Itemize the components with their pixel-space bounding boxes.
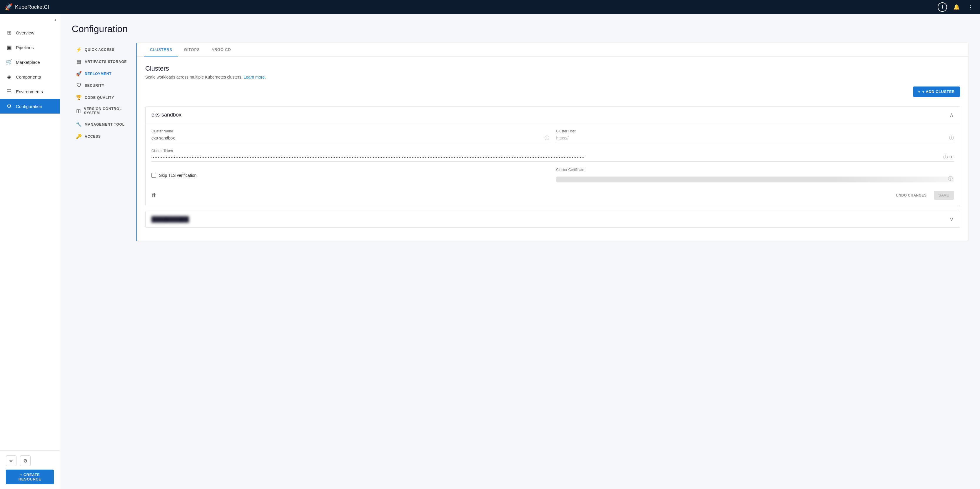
cluster-token-visibility-icon[interactable]: 👁 <box>949 155 954 160</box>
cluster-host-label: Cluster Host <box>556 129 954 133</box>
tab-gitops[interactable]: GITOPS <box>178 43 206 56</box>
footer-actions: UNDO CHANGES SAVE <box>892 191 954 200</box>
sidebar: ‹ ⊞ Overview ▣ Pipelines 🛒 Marketplace ◈… <box>0 14 60 489</box>
config-menu-label: CODE QUALITY <box>85 96 114 100</box>
page-title: Configuration <box>72 24 968 34</box>
sidebar-item-components[interactable]: ◈ Components <box>0 69 60 84</box>
sidebar-collapse-button[interactable]: ‹ <box>0 14 60 25</box>
quick-access-icon: ⚡ <box>76 47 82 53</box>
sidebar-item-environments[interactable]: ☰ Environments <box>0 84 60 99</box>
cluster-cert-blurred <box>556 177 954 182</box>
config-menu-artifacts-storage[interactable]: ▤ ARTIFACTS STORAGE <box>72 56 137 67</box>
learn-more-link[interactable]: Learn more. <box>244 75 266 80</box>
info-button[interactable]: i <box>938 2 947 12</box>
save-button[interactable]: SAVE <box>934 191 954 200</box>
cluster-card-body: Cluster Name ⓘ Cluster Host <box>146 123 960 205</box>
config-menu-version-control[interactable]: ◫ VERSION CONTROL SYSTEM <box>72 104 137 118</box>
sidebar-item-overview[interactable]: ⊞ Overview <box>0 25 60 40</box>
skip-tls-checkbox-row: Skip TLS verification <box>151 173 549 178</box>
config-menu-label: DEPLOYMENT <box>85 72 111 76</box>
cluster-host-group: Cluster Host ⓘ <box>556 129 954 143</box>
config-menu-code-quality[interactable]: 🏆 CODE QUALITY <box>72 92 137 103</box>
cluster-form-row-1: Cluster Name ⓘ Cluster Host <box>151 129 954 143</box>
cluster-host-info-icon: ⓘ <box>949 135 954 141</box>
cluster-name-label: Cluster Name <box>151 129 549 133</box>
sidebar-item-label: Configuration <box>16 104 42 109</box>
config-panel: CLUSTERS GITOPS ARGO CD Clusters Scale w… <box>137 43 968 241</box>
cluster-card-second-header[interactable]: ██████████ ∨ <box>146 211 960 228</box>
artifacts-storage-icon: ▤ <box>76 59 82 64</box>
deployment-icon: 🚀 <box>76 71 82 76</box>
config-menu-access[interactable]: 🔑 ACCESS <box>72 131 137 142</box>
cluster-form-row-2: Cluster Token ••••••••••••••••••••••••••… <box>151 149 954 162</box>
create-resource-label: + CREATE RESOURCE <box>10 473 50 481</box>
config-menu-label: QUICK ACCESS <box>85 48 115 52</box>
delete-cluster-icon[interactable]: 🗑 <box>151 192 157 198</box>
add-cluster-plus-icon: + <box>918 89 921 94</box>
logo-icon: 🚀 <box>5 3 13 11</box>
code-quality-icon: 🏆 <box>76 95 82 100</box>
app-name: KubeRocketCI <box>15 4 49 10</box>
sidebar-item-marketplace[interactable]: 🛒 Marketplace <box>0 55 60 69</box>
cluster-token-dots: ••••••••••••••••••••••••••••••••••••••••… <box>151 155 942 160</box>
sidebar-bottom: ✏ ⚙ + CREATE RESOURCE <box>0 451 60 489</box>
app-logo: 🚀 KubeRocketCI <box>5 3 49 11</box>
config-menu-label: SECURITY <box>85 84 104 88</box>
create-resource-button[interactable]: + CREATE RESOURCE <box>6 470 54 484</box>
config-menu-deployment[interactable]: 🚀 DEPLOYMENT <box>72 68 137 80</box>
sidebar-nav: ⊞ Overview ▣ Pipelines 🛒 Marketplace ◈ C… <box>0 25 60 451</box>
sidebar-item-configuration[interactable]: ⚙ Configuration <box>0 99 60 113</box>
cluster-token-input-wrapper: ••••••••••••••••••••••••••••••••••••••••… <box>151 154 954 162</box>
sidebar-item-pipelines[interactable]: ▣ Pipelines <box>0 40 60 55</box>
cluster-token-info-icon: ⓘ <box>943 154 948 160</box>
cluster-host-input[interactable] <box>556 134 948 142</box>
collapse-cluster-icon: ∧ <box>950 111 954 118</box>
panel-content: Clusters Scale workloads across multiple… <box>137 56 968 241</box>
cluster-card-header[interactable]: eks-sandbox ∧ <box>146 107 960 123</box>
sidebar-item-label: Components <box>16 75 41 80</box>
expand-cluster-icon: ∨ <box>950 216 954 223</box>
components-icon: ◈ <box>6 73 12 80</box>
cluster-cert-label: Cluster Certificate <box>556 168 954 172</box>
access-icon: 🔑 <box>76 134 82 139</box>
cluster-token-label: Cluster Token <box>151 149 954 153</box>
undo-changes-button[interactable]: UNDO CHANGES <box>892 191 930 200</box>
add-cluster-button[interactable]: + + ADD CLUSTER <box>913 86 960 97</box>
config-menu: ⚡ QUICK ACCESS ▤ ARTIFACTS STORAGE 🚀 DEP… <box>72 43 137 241</box>
config-layout: ⚡ QUICK ACCESS ▤ ARTIFACTS STORAGE 🚀 DEP… <box>72 43 968 241</box>
skip-tls-checkbox[interactable] <box>151 173 156 178</box>
config-menu-management-tool[interactable]: 🔧 MANAGEMENT TOOL <box>72 119 137 130</box>
cluster-name-input-wrapper: ⓘ <box>151 134 549 143</box>
more-options-button[interactable]: ⋮ <box>966 2 975 12</box>
cluster-second-name-title: ██████████ <box>151 216 189 223</box>
main-layout: ‹ ⊞ Overview ▣ Pipelines 🛒 Marketplace ◈… <box>0 14 980 489</box>
cluster-token-group: Cluster Token ••••••••••••••••••••••••••… <box>151 149 954 162</box>
config-menu-label: ARTIFACTS STORAGE <box>85 60 127 64</box>
cluster-card-second: ██████████ ∨ <box>145 211 960 228</box>
cluster-form-row-3: Skip TLS verification Cluster Certificat… <box>151 168 954 182</box>
settings-icon-button[interactable]: ⚙ <box>20 456 30 466</box>
skip-tls-label: Skip TLS verification <box>159 173 196 178</box>
edit-icon-button[interactable]: ✏ <box>6 456 16 466</box>
cluster-name-info-icon: ⓘ <box>544 135 549 141</box>
config-menu-quick-access[interactable]: ⚡ QUICK ACCESS <box>72 44 137 55</box>
security-icon: 🛡 <box>76 83 82 88</box>
pipelines-icon: ▣ <box>6 44 12 51</box>
configuration-icon: ⚙ <box>6 103 12 110</box>
cluster-name-input[interactable] <box>151 134 543 142</box>
content-area: Configuration ⚡ QUICK ACCESS ▤ ARTIFACTS… <box>60 14 980 489</box>
marketplace-icon: 🛒 <box>6 59 12 65</box>
cluster-name-title: eks-sandbox <box>151 112 181 118</box>
tab-clusters[interactable]: CLUSTERS <box>144 43 178 56</box>
sidebar-item-label: Overview <box>16 30 34 35</box>
cluster-name-group: Cluster Name ⓘ <box>151 129 549 143</box>
cluster-host-input-wrapper: ⓘ <box>556 134 954 143</box>
sidebar-bottom-icons: ✏ ⚙ <box>6 456 54 466</box>
config-menu-label: VERSION CONTROL SYSTEM <box>84 107 132 115</box>
config-menu-security[interactable]: 🛡 SECURITY <box>72 80 137 91</box>
sidebar-item-label: Pipelines <box>16 45 34 50</box>
notifications-button[interactable]: 🔔 <box>952 2 961 12</box>
overview-icon: ⊞ <box>6 29 12 36</box>
tab-argocd[interactable]: ARGO CD <box>205 43 237 56</box>
config-menu-label: ACCESS <box>85 134 101 139</box>
